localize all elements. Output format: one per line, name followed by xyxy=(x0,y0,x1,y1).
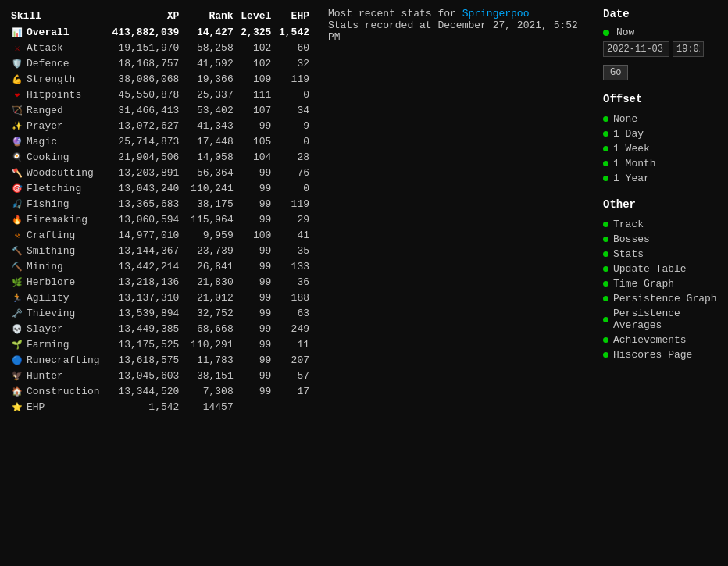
offset-dot xyxy=(603,161,608,166)
skill-rank: 53,402 xyxy=(182,102,236,118)
offset-label[interactable]: 1 Month xyxy=(613,158,656,169)
other-list: TrackBossesStatsUpdate TableTime GraphPe… xyxy=(603,217,720,362)
skill-level: 111 xyxy=(237,87,275,102)
now-label: Now xyxy=(616,27,634,38)
offset-item[interactable]: 1 Day xyxy=(603,126,720,141)
skill-icon: ✨ xyxy=(11,119,23,132)
skill-ehp: 119 xyxy=(274,71,312,87)
offset-dot xyxy=(603,116,608,122)
skill-ehp: 34 xyxy=(274,102,312,118)
offset-label[interactable]: None xyxy=(613,113,637,125)
other-dot xyxy=(603,281,608,287)
skill-ehp: 36 xyxy=(274,274,312,290)
other-dot xyxy=(603,337,608,343)
offset-item[interactable]: 1 Month xyxy=(603,156,720,171)
table-row: 🏠Construction13,344,5207,3089917 xyxy=(8,383,312,399)
skill-level: 99 xyxy=(237,321,275,336)
other-label[interactable]: Persistence Averages xyxy=(613,308,720,331)
skill-ehp: 9 xyxy=(274,118,312,133)
skill-xp: 13,144,367 xyxy=(106,243,182,258)
stats-username: Springerpoo xyxy=(462,8,530,20)
offset-label[interactable]: 1 Year xyxy=(613,173,650,184)
time-input[interactable] xyxy=(673,41,704,57)
skill-level: 100 xyxy=(237,227,275,243)
skill-name-cell: 🏠Construction xyxy=(8,383,106,399)
offset-item[interactable]: 1 Week xyxy=(603,141,720,156)
col-header-skill: Skill xyxy=(8,8,106,24)
other-item-hiscores-page[interactable]: Hiscores Page xyxy=(603,347,720,362)
skill-name-cell: ✨Prayer xyxy=(8,118,106,133)
table-row: 🍳Cooking21,904,50614,05810428 xyxy=(8,149,312,165)
table-row: 🦅Hunter13,045,60338,1519957 xyxy=(8,368,312,383)
right-panel: Date Now Go Offset None1 Day1 Week1 Mont… xyxy=(603,8,720,415)
col-header-rank: Rank xyxy=(182,8,236,24)
skill-name-cell: 🎯Fletching xyxy=(8,180,106,196)
skill-rank: 115,964 xyxy=(182,212,236,227)
other-item-persistence-graph[interactable]: Persistence Graph xyxy=(603,291,720,306)
skill-label: Firemaking xyxy=(27,214,87,226)
skill-icon: ⛏️ xyxy=(11,260,23,272)
other-label[interactable]: Bosses xyxy=(613,233,650,245)
skill-ehp: 249 xyxy=(274,321,312,336)
skill-xp: 45,550,878 xyxy=(106,87,182,102)
skill-ehp: 1,542 xyxy=(274,24,312,40)
skill-xp: 13,344,520 xyxy=(106,383,182,399)
other-label[interactable]: Time Graph xyxy=(613,278,674,290)
skill-rank: 110,291 xyxy=(182,336,236,352)
skill-rank: 11,783 xyxy=(182,352,236,368)
skill-level xyxy=(237,399,275,415)
skill-icon: 🏃 xyxy=(11,291,23,304)
skill-label: Herblore xyxy=(27,276,75,288)
skill-xp: 413,882,039 xyxy=(106,24,182,40)
table-row: 🛡️Defence18,168,75741,59210232 xyxy=(8,55,312,71)
table-row: 🎯Fletching13,043,240110,241990 xyxy=(8,180,312,196)
table-row: 🔮Magic25,714,87317,4481050 xyxy=(8,133,312,149)
other-label[interactable]: Track xyxy=(613,219,644,230)
skill-rank: 26,841 xyxy=(182,258,236,274)
skill-level: 105 xyxy=(237,133,275,149)
other-label[interactable]: Hiscores Page xyxy=(613,349,692,361)
skill-name-cell: 🏹Ranged xyxy=(8,102,106,118)
skill-rank: 41,592 xyxy=(182,55,236,71)
other-dot xyxy=(603,266,608,272)
table-row: ❤️Hitpoints45,550,87825,3371110 xyxy=(8,87,312,102)
skill-ehp: 60 xyxy=(274,40,312,55)
other-item-bosses[interactable]: Bosses xyxy=(603,232,720,247)
skill-xp: 1,542 xyxy=(106,399,182,415)
skill-xp: 18,168,757 xyxy=(106,55,182,71)
skill-ehp: 207 xyxy=(274,352,312,368)
offset-item[interactable]: None xyxy=(603,112,720,126)
skill-name-cell: 🔨Smithing xyxy=(8,243,106,258)
other-label[interactable]: Stats xyxy=(613,248,644,260)
other-item-stats[interactable]: Stats xyxy=(603,247,720,262)
skill-icon: 🗝️ xyxy=(11,307,23,319)
skill-ehp xyxy=(274,399,312,415)
offset-label[interactable]: 1 Week xyxy=(613,143,650,155)
table-row: ⭐EHP1,54214457 xyxy=(8,399,312,415)
skill-icon: 🔵 xyxy=(11,354,23,366)
other-item-track[interactable]: Track xyxy=(603,217,720,232)
other-item-persistence-averages[interactable]: Persistence Averages xyxy=(603,306,720,333)
skill-level: 99 xyxy=(237,258,275,274)
skill-name-cell: ⚒️Crafting xyxy=(8,227,106,243)
offset-list: None1 Day1 Week1 Month1 Year xyxy=(603,112,720,186)
table-row: ⚒️Crafting14,977,0109,95910041 xyxy=(8,227,312,243)
date-input[interactable] xyxy=(603,41,669,57)
other-dot xyxy=(603,251,608,257)
table-row: 🏃Agility13,137,31021,01299188 xyxy=(8,290,312,305)
other-item-update-table[interactable]: Update Table xyxy=(603,262,720,276)
other-label[interactable]: Update Table xyxy=(613,263,687,275)
skill-name-cell: 🏃Agility xyxy=(8,290,106,305)
offset-item[interactable]: 1 Year xyxy=(603,171,720,186)
skill-icon: 📊 xyxy=(11,26,23,38)
other-item-achievements[interactable]: Achievements xyxy=(603,333,720,347)
other-label[interactable]: Achievements xyxy=(613,334,687,346)
other-label[interactable]: Persistence Graph xyxy=(613,293,717,304)
skill-xp: 13,137,310 xyxy=(106,290,182,305)
skill-icon: ⚔️ xyxy=(11,41,23,54)
other-item-time-graph[interactable]: Time Graph xyxy=(603,276,720,291)
go-button[interactable]: Go xyxy=(603,65,628,80)
skill-ehp: 17 xyxy=(274,383,312,399)
skill-name-cell: ⛏️Mining xyxy=(8,258,106,274)
offset-label[interactable]: 1 Day xyxy=(613,128,644,140)
